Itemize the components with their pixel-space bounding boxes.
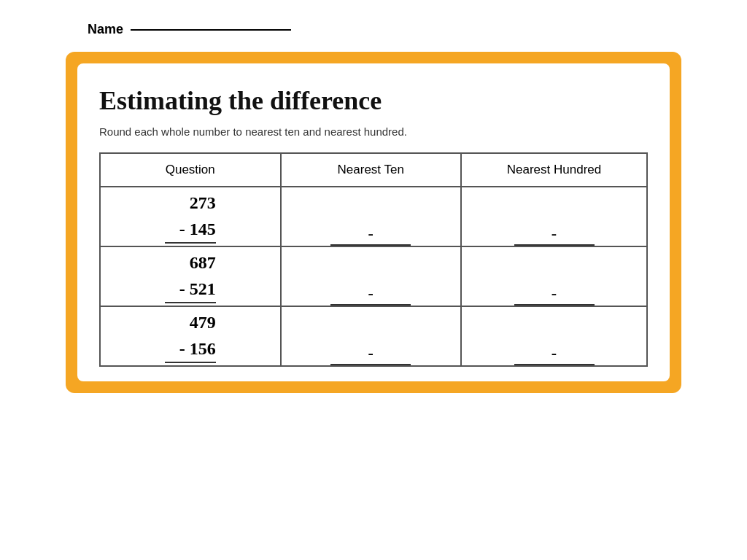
main-table: Question Nearest Ten Nearest Hundred 273… [99,152,648,367]
question-bottom-3: - 156 [165,335,216,362]
orange-card: Estimating the difference Round each who… [66,52,681,393]
question-top-1: 273 [165,190,216,216]
worksheet-title: Estimating the difference [99,85,648,117]
table-row: 479 - 156 - [100,306,647,366]
name-row: Name [29,22,718,37]
col-header-ten: Nearest Ten [281,153,462,187]
answer-dash-area-2a: - [282,247,461,306]
question-numbers-1: 273 - 145 [165,190,216,244]
answer-line-1a [330,244,411,246]
worksheet-subtitle: Round each whole number to nearest ten a… [99,125,648,138]
question-bottom-2: - 521 [165,276,216,302]
answer-line-3a [330,364,411,365]
answer-dash-2a: - [368,284,374,303]
question-cell-2: 687 - 521 [100,246,281,306]
answer-dash-1b: - [551,224,557,243]
name-label: Name [88,22,123,37]
answer-hundred-2[interactable]: - [461,246,647,306]
table-header-row: Question Nearest Ten Nearest Hundred [100,153,647,187]
answer-dash-3b: - [551,343,557,362]
question-underline-2 [165,302,216,303]
answer-dash-area-2b: - [462,247,646,306]
question-top-3: 479 [165,309,216,335]
question-top-2: 687 [165,249,216,276]
answer-dash-area-1b: - [462,187,646,246]
table-row: 687 - 521 - [100,246,647,306]
question-bottom-1: - 145 [165,216,216,242]
answer-hundred-3[interactable]: - [461,306,647,366]
answer-dash-1a: - [368,224,374,243]
question-cell-1: 273 - 145 [100,187,281,246]
question-numbers-2: 687 - 521 [165,249,216,303]
answer-line-2a [330,304,411,306]
answer-line-2b [514,304,595,306]
answer-dash-2b: - [551,284,557,303]
answer-ten-2[interactable]: - [281,246,462,306]
answer-ten-1[interactable]: - [281,187,462,246]
answer-dash-area-1a: - [282,187,461,246]
col-header-hundred: Nearest Hundred [461,153,647,187]
white-inner: Estimating the difference Round each who… [77,63,670,381]
answer-ten-3[interactable]: - [281,306,462,366]
question-numbers-3: 479 - 156 [165,309,216,363]
answer-dash-3a: - [368,343,374,362]
answer-dash-area-3b: - [462,307,646,365]
name-underline[interactable] [131,29,291,31]
table-row: 273 - 145 - [100,187,647,246]
page-container: Name Estimating the difference Round eac… [0,0,747,415]
answer-hundred-1[interactable]: - [461,187,647,246]
answer-dash-area-3a: - [282,307,461,365]
answer-line-1b [514,244,595,246]
col-header-question: Question [100,153,281,187]
question-underline-1 [165,242,216,244]
question-underline-3 [165,362,216,363]
answer-line-3b [514,364,595,365]
question-cell-3: 479 - 156 [100,306,281,366]
